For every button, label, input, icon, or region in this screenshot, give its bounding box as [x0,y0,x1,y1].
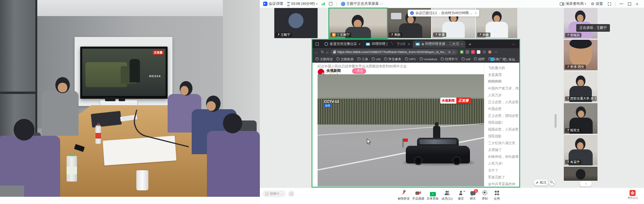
bookmark-label: cfd [376,57,381,61]
muted-mic-icon [391,33,393,37]
meeting-details-label: 会议详情 [269,1,283,6]
emoji-button[interactable] [288,190,295,197]
follow-button[interactable]: +关注 [352,68,366,74]
meeting-app-menu[interactable]: 会议详情 [263,1,283,6]
extension-icon-3[interactable] [471,50,475,54]
bookmark-favicon-bilibili[interactable] [490,57,494,61]
favorite-star-icon[interactable]: ☆ [452,50,455,54]
danmaku-message: 中国必胜 [488,106,519,112]
browser-minimize-icon[interactable]: — [512,42,516,46]
extension-icon-5[interactable] [482,50,486,54]
apps-button[interactable]: 应用 [489,190,504,201]
pop-out-button[interactable] [329,2,332,6]
home-icon[interactable]: ⌂ [326,50,328,54]
bookmark-folder[interactable]: 文献阅读 [316,57,333,61]
bookmark-folder[interactable]: 招聘 [474,57,485,61]
tab-search-icon[interactable] [316,43,319,46]
maximize-button[interactable] [628,2,631,6]
bookmark-folder[interactable]: udf [462,57,470,61]
close-button[interactable]: × [636,2,638,6]
tab-close-icon[interactable]: × [358,42,360,46]
sidebar-scrollbar[interactable] [555,114,557,128]
bookmark-folder[interactable]: cfd [372,57,381,61]
side-tile-5[interactable]: 肖晨予 [564,135,597,165]
back-icon[interactable]: ← [315,50,319,54]
bookmark-label: HPC [409,57,416,61]
zoom-view-button[interactable] [549,180,555,186]
browser-menu-icon[interactable]: ⋯ [494,50,498,54]
tab-close-icon[interactable]: × [408,42,410,46]
read-aloud-icon[interactable]: A [448,50,450,54]
bookmark-folder[interactable]: 工具 [357,57,368,61]
side-tile-4[interactable]: 陈宣文 [564,103,597,134]
fullscreen-button[interactable] [608,2,611,6]
side-1-face [577,14,584,22]
apps-label: 应用 [489,197,504,201]
other-bookmarks[interactable]: 其他收藏夹 [504,57,520,62]
bookmark-label: 招聘 [478,57,485,61]
live-room-title: 纪念中国人民抗日战争暨世界反法西斯战争胜利80周年大会 [318,64,490,69]
url-bar[interactable]: https://live.bilibili.com/21686237?hotRa… [330,49,458,55]
bookmark-folder[interactable]: 学生事务 [384,57,401,61]
network-signal-icon[interactable] [322,2,325,5]
folder-icon [441,58,444,60]
url-text: https://live.bilibili.com/21686237?hotRa… [337,50,447,54]
router-device [119,98,125,101]
video-tile-5[interactable]: 余鑫 [476,8,517,38]
maximize-icon [628,2,631,6]
browser-tab-3-active[interactable]: 哔哩哔哩直播，二次元弹幕直... × [413,41,466,48]
titlebar-divider [336,2,337,6]
tile-3-person-body [399,23,422,38]
new-tab-button[interactable]: + [469,42,471,47]
quick-chat-input[interactable]: 想聊什么... [263,190,286,197]
browser-tab-1[interactable]: 速凝充填流量估算 × [322,41,363,48]
share-screen-label: 共享屏幕 [425,197,440,201]
banner-close-icon[interactable]: × [475,11,477,15]
filmstrip-collapse-button[interactable]: ⌄ [580,181,592,186]
members-button[interactable]: 成员(11) [439,190,455,201]
timer-label: 03:08 (40分钟) [291,1,315,6]
danmaku-message: 正义必胜，人民必胜 [488,99,519,106]
car-wheel-front [414,156,423,165]
video-player[interactable]: CCTV-13 新闻 央视新闻 正直播 [318,74,484,186]
meeting-timer[interactable]: 03:08 (40分钟) ▾ [287,1,318,6]
browser-tab-2[interactable]: 哔哩哔哩 ( ゜- ゜)つロ 干杯~-bilib × [363,41,413,48]
profile-avatar-icon[interactable] [488,50,492,54]
side-tile-2[interactable]: 李泽-西交 [564,40,597,70]
corner-app-icon[interactable]: 会 [630,190,636,196]
speaking-tooltip-text: 正在讲话：王殿宁 [579,26,607,31]
minimize-button[interactable] [620,4,623,4]
danmaku-panel[interactable]: 飞机最大的全是真理啊啊啊啊中国共产党万岁，伟大人民万岁正义必胜，人民必胜中国必胜… [484,63,519,187]
tab-audio-icon[interactable] [421,43,423,45]
start-video-button[interactable]: 开启视频 [411,190,426,201]
unmute-button[interactable]: 解除静音 [396,190,411,201]
water-bottle-large [67,156,77,182]
bookmark-folder[interactable]: modelica [420,57,437,61]
bookmark-folder[interactable]: HPC [405,57,416,61]
refresh-icon[interactable]: ↻ [321,50,324,54]
side-tile-3[interactable]: 西安交通大学-袁文祥 [564,71,597,102]
extension-icon-2[interactable] [466,50,469,54]
pen-icon [535,181,538,184]
side-tile-1[interactable]: 张铭宸 [564,8,597,39]
settings-button[interactable]: ⚙ 设置 [591,1,603,6]
bookmarks-overflow-chevron[interactable]: › [497,57,498,61]
video-tile-2-active-speaker[interactable]: ♛王殿宁 [329,8,387,38]
bookmark-label: modelica [424,57,437,61]
layout-switch-button[interactable]: 演讲者布局 ▾ [560,1,586,6]
floor [0,186,24,197]
tile-5-person-head [492,11,502,22]
video-tile-1[interactable]: 王毅宁 [274,8,318,38]
timer-chevron-icon: ▾ [316,2,318,6]
side-1-head [575,10,585,22]
share-screen-button[interactable]: ↑ 共享屏幕 [425,190,440,201]
cctv-13-logo: CCTV-13 [324,100,339,104]
danmaku-message: 祖国必胜，人民必胜 [488,126,519,133]
annotate-button[interactable]: 批注 [534,180,548,186]
side-tile-6-partial[interactable] [564,167,597,181]
tab-close-icon[interactable]: × [461,42,463,46]
extension-icon-4[interactable] [477,50,480,54]
bookmark-folder[interactable]: 文献检索 [336,57,354,61]
extension-icon-1[interactable] [460,50,464,54]
bookmark-folder[interactable]: 转博学习 [441,57,458,61]
